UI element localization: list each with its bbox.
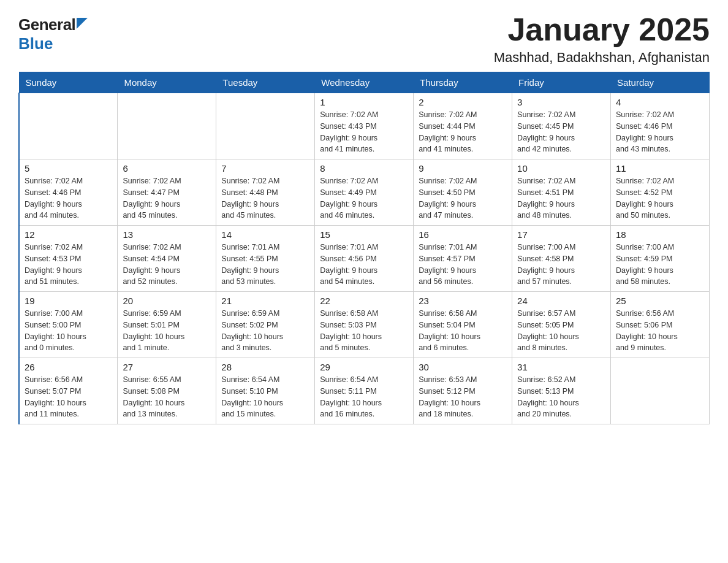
day-number: 6 <box>123 163 211 174</box>
calendar-cell: 1Sunrise: 7:02 AMSunset: 4:43 PMDaylight… <box>315 93 414 159</box>
day-info: Sunrise: 6:59 AMSunset: 5:02 PMDaylight:… <box>221 308 309 354</box>
calendar-cell: 10Sunrise: 7:02 AMSunset: 4:51 PMDayligh… <box>512 159 611 226</box>
day-info: Sunrise: 7:01 AMSunset: 4:57 PMDaylight:… <box>419 242 507 288</box>
day-number: 18 <box>616 229 704 240</box>
weekday-header-wednesday: Wednesday <box>315 72 414 93</box>
logo-blue-text: Blue <box>18 34 53 53</box>
calendar-cell: 11Sunrise: 7:02 AMSunset: 4:52 PMDayligh… <box>611 159 710 226</box>
day-number: 5 <box>25 163 112 174</box>
logo: General Blue <box>18 12 88 53</box>
day-number: 8 <box>320 163 408 174</box>
calendar-cell: 31Sunrise: 6:52 AMSunset: 5:13 PMDayligh… <box>512 358 611 424</box>
day-info: Sunrise: 7:02 AMSunset: 4:43 PMDaylight:… <box>320 109 408 155</box>
day-info: Sunrise: 7:00 AMSunset: 4:58 PMDaylight:… <box>517 242 605 288</box>
calendar-cell: 9Sunrise: 7:02 AMSunset: 4:50 PMDaylight… <box>414 159 512 226</box>
calendar-cell: 12Sunrise: 7:02 AMSunset: 4:53 PMDayligh… <box>19 226 118 292</box>
calendar-week-4: 19Sunrise: 7:00 AMSunset: 5:00 PMDayligh… <box>19 292 710 358</box>
calendar-cell: 29Sunrise: 6:54 AMSunset: 5:11 PMDayligh… <box>315 358 414 424</box>
day-number: 2 <box>419 97 507 107</box>
calendar-cell: 26Sunrise: 6:56 AMSunset: 5:07 PMDayligh… <box>19 358 118 424</box>
calendar-cell: 19Sunrise: 7:00 AMSunset: 5:00 PMDayligh… <box>19 292 118 358</box>
day-info: Sunrise: 7:02 AMSunset: 4:51 PMDaylight:… <box>517 175 605 221</box>
day-number: 21 <box>221 296 309 306</box>
calendar-cell: 4Sunrise: 7:02 AMSunset: 4:46 PMDaylight… <box>611 93 710 159</box>
day-info: Sunrise: 7:02 AMSunset: 4:53 PMDaylight:… <box>25 242 112 288</box>
day-number: 31 <box>517 362 605 372</box>
calendar-cell <box>118 93 216 159</box>
day-info: Sunrise: 6:58 AMSunset: 5:03 PMDaylight:… <box>320 308 408 354</box>
day-info: Sunrise: 6:52 AMSunset: 5:13 PMDaylight:… <box>517 374 605 420</box>
day-info: Sunrise: 7:02 AMSunset: 4:45 PMDaylight:… <box>517 109 605 155</box>
calendar-week-3: 12Sunrise: 7:02 AMSunset: 4:53 PMDayligh… <box>19 226 710 292</box>
calendar-cell: 2Sunrise: 7:02 AMSunset: 4:44 PMDaylight… <box>414 93 512 159</box>
calendar-cell: 17Sunrise: 7:00 AMSunset: 4:58 PMDayligh… <box>512 226 611 292</box>
day-number: 3 <box>517 97 605 107</box>
day-number: 9 <box>419 163 507 174</box>
page-subtitle: Mashhad, Badakhshan, Afghanistan <box>494 50 710 66</box>
day-number: 24 <box>517 296 605 306</box>
day-number: 23 <box>419 296 507 306</box>
page-title: January 2025 <box>494 12 710 47</box>
calendar-body: 1Sunrise: 7:02 AMSunset: 4:43 PMDaylight… <box>19 93 710 424</box>
svg-marker-0 <box>77 18 88 29</box>
day-info: Sunrise: 7:02 AMSunset: 4:48 PMDaylight:… <box>221 175 309 221</box>
day-info: Sunrise: 6:55 AMSunset: 5:08 PMDaylight:… <box>123 374 211 420</box>
day-number: 20 <box>123 296 211 306</box>
day-number: 15 <box>320 229 408 240</box>
calendar-cell: 16Sunrise: 7:01 AMSunset: 4:57 PMDayligh… <box>414 226 512 292</box>
day-number: 30 <box>419 362 507 372</box>
day-number: 26 <box>25 362 112 372</box>
day-number: 12 <box>25 229 112 240</box>
calendar-cell: 14Sunrise: 7:01 AMSunset: 4:55 PMDayligh… <box>216 226 315 292</box>
day-number: 11 <box>616 163 704 174</box>
day-info: Sunrise: 6:57 AMSunset: 5:05 PMDaylight:… <box>517 308 605 354</box>
day-number: 28 <box>221 362 309 372</box>
page-header: General Blue January 2025 Mashhad, Badak… <box>18 12 710 66</box>
weekday-header-monday: Monday <box>118 72 216 93</box>
day-number: 13 <box>123 229 211 240</box>
day-info: Sunrise: 7:02 AMSunset: 4:52 PMDaylight:… <box>616 175 704 221</box>
day-info: Sunrise: 7:02 AMSunset: 4:50 PMDaylight:… <box>419 175 507 221</box>
calendar-week-5: 26Sunrise: 6:56 AMSunset: 5:07 PMDayligh… <box>19 358 710 424</box>
day-info: Sunrise: 7:00 AMSunset: 4:59 PMDaylight:… <box>616 242 704 288</box>
weekday-header-row: SundayMondayTuesdayWednesdayThursdayFrid… <box>19 72 710 93</box>
calendar-cell: 7Sunrise: 7:02 AMSunset: 4:48 PMDaylight… <box>216 159 315 226</box>
calendar-cell: 6Sunrise: 7:02 AMSunset: 4:47 PMDaylight… <box>118 159 216 226</box>
weekday-header-tuesday: Tuesday <box>216 72 315 93</box>
day-number: 29 <box>320 362 408 372</box>
calendar-cell: 5Sunrise: 7:02 AMSunset: 4:46 PMDaylight… <box>19 159 118 226</box>
day-info: Sunrise: 7:01 AMSunset: 4:56 PMDaylight:… <box>320 242 408 288</box>
day-info: Sunrise: 7:00 AMSunset: 5:00 PMDaylight:… <box>25 308 112 354</box>
day-info: Sunrise: 6:59 AMSunset: 5:01 PMDaylight:… <box>123 308 211 354</box>
day-info: Sunrise: 7:02 AMSunset: 4:46 PMDaylight:… <box>25 175 112 221</box>
day-info: Sunrise: 6:54 AMSunset: 5:11 PMDaylight:… <box>320 374 408 420</box>
day-number: 7 <box>221 163 309 174</box>
logo-triangle-icon <box>77 18 88 29</box>
day-number: 27 <box>123 362 211 372</box>
calendar-week-2: 5Sunrise: 7:02 AMSunset: 4:46 PMDaylight… <box>19 159 710 226</box>
weekday-header-thursday: Thursday <box>414 72 512 93</box>
calendar-cell: 3Sunrise: 7:02 AMSunset: 4:45 PMDaylight… <box>512 93 611 159</box>
calendar-cell: 20Sunrise: 6:59 AMSunset: 5:01 PMDayligh… <box>118 292 216 358</box>
day-info: Sunrise: 7:02 AMSunset: 4:46 PMDaylight:… <box>616 109 704 155</box>
day-number: 14 <box>221 229 309 240</box>
weekday-header-sunday: Sunday <box>19 72 118 93</box>
calendar-cell: 13Sunrise: 7:02 AMSunset: 4:54 PMDayligh… <box>118 226 216 292</box>
day-number: 19 <box>25 296 112 306</box>
day-number: 10 <box>517 163 605 174</box>
day-number: 17 <box>517 229 605 240</box>
day-info: Sunrise: 7:01 AMSunset: 4:55 PMDaylight:… <box>221 242 309 288</box>
day-number: 1 <box>320 97 408 107</box>
day-info: Sunrise: 6:53 AMSunset: 5:12 PMDaylight:… <box>419 374 507 420</box>
calendar-cell: 23Sunrise: 6:58 AMSunset: 5:04 PMDayligh… <box>414 292 512 358</box>
calendar-week-1: 1Sunrise: 7:02 AMSunset: 4:43 PMDaylight… <box>19 93 710 159</box>
calendar-table: SundayMondayTuesdayWednesdayThursdayFrid… <box>18 72 710 424</box>
day-info: Sunrise: 7:02 AMSunset: 4:44 PMDaylight:… <box>419 109 507 155</box>
day-number: 4 <box>616 97 704 107</box>
calendar-cell <box>216 93 315 159</box>
day-number: 16 <box>419 229 507 240</box>
calendar-header: SundayMondayTuesdayWednesdayThursdayFrid… <box>19 72 710 93</box>
calendar-cell: 8Sunrise: 7:02 AMSunset: 4:49 PMDaylight… <box>315 159 414 226</box>
calendar-cell: 15Sunrise: 7:01 AMSunset: 4:56 PMDayligh… <box>315 226 414 292</box>
calendar-cell: 27Sunrise: 6:55 AMSunset: 5:08 PMDayligh… <box>118 358 216 424</box>
